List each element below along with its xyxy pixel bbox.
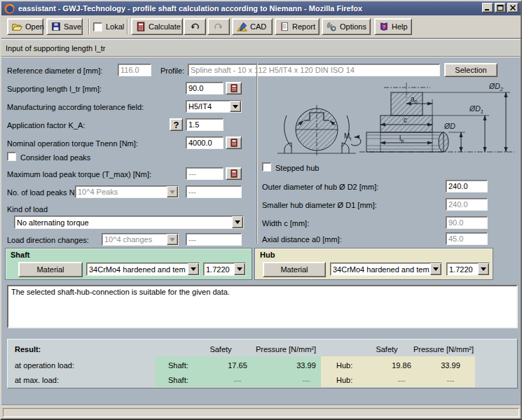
chevron-down-icon[interactable] [167, 186, 178, 197]
options-button[interactable]: Options [322, 18, 371, 35]
smaller-diameter-field[interactable]: 240.0 [446, 198, 488, 211]
max-peak-torque-label: Maximum load peak torque (T_max) [Nm]: [7, 169, 151, 179]
result-row-label: at max. load: [15, 375, 59, 385]
diagram-d2-label: ØD2 [488, 82, 504, 92]
load-direction-field[interactable]: --- [186, 233, 242, 246]
redo-icon [214, 22, 224, 31]
shaft-material-panel: Shaft Material 34CrMo4 hardened and tem … [5, 248, 252, 280]
outer-diameter-field[interactable]: 240.0 [446, 180, 488, 192]
lokal-checkbox[interactable] [93, 22, 102, 31]
help-button[interactable]: ? Help [374, 18, 412, 35]
section-header: Input of supporting length l_tr [1, 39, 521, 56]
save-floppy-icon [51, 22, 61, 31]
nominal-torque-calculator-button[interactable] [226, 136, 242, 149]
toolbar-separator [88, 19, 90, 34]
profile-field[interactable]: Spline shaft - 10 x 112 H5/IT4 x 120 DIN… [188, 64, 440, 76]
reference-diameter-field[interactable]: 116.0 [118, 64, 151, 76]
diagram-c-label: c [404, 116, 407, 124]
width-c-field[interactable]: 90.0 [446, 216, 488, 229]
cad-drawing-icon [237, 22, 247, 32]
hub-pressure-value: --- [415, 375, 486, 385]
application-factor-help-button[interactable]: ? [170, 118, 183, 131]
hub-material-number-dropdown[interactable]: 1.7220 [446, 262, 490, 276]
hub-material-dropdown[interactable]: 34CrMo4 hardened and tem [330, 262, 442, 276]
load-peaks-unit-dropdown[interactable]: 10^4 Peaks [75, 186, 179, 198]
load-peaks-field[interactable]: --- [186, 186, 242, 198]
application-factor-field[interactable]: 1.5 [186, 118, 224, 131]
max-peak-torque-calculator-button[interactable] [226, 167, 242, 180]
open-folder-icon [12, 22, 22, 32]
open-button[interactable]: Open [7, 18, 43, 35]
toolbar: Open Save Lokal Calculate [1, 15, 521, 38]
calculator-icon [230, 169, 238, 178]
stepped-hub-label: Stepped hub [275, 163, 319, 173]
calculator-icon [230, 139, 238, 147]
result-panel: Result: Safety Pressure [N/mm²] Safety P… [7, 339, 518, 388]
diagram-ltr-label: ltr [399, 134, 404, 144]
supporting-length-field[interactable]: 90.0 [186, 82, 224, 94]
axial-distance-label: Axial distance a0 [mm]: [262, 234, 342, 244]
close-button[interactable] [507, 3, 518, 13]
maximize-button[interactable] [495, 3, 506, 13]
svg-text:?: ? [383, 24, 386, 30]
undo-button[interactable] [184, 18, 206, 35]
message-area[interactable]: The selected shaft-hub-connection is sui… [7, 285, 518, 328]
hub-row-label: Hub: [336, 375, 352, 385]
chevron-down-icon[interactable] [232, 216, 243, 228]
stepped-hub-checkbox[interactable] [262, 162, 271, 172]
message-text: The selected shaft-hub-connection is sui… [11, 288, 230, 296]
nominal-torque-field[interactable]: 4000.0 [186, 136, 224, 149]
tolerance-dropdown[interactable]: H5/IT4 [186, 100, 242, 113]
axial-distance-field[interactable]: 45.0 [446, 232, 488, 245]
load-direction-label: Load direction changes: [7, 235, 89, 245]
help-book-icon: ? [379, 22, 389, 31]
consider-load-peaks-label: Consider load peaks [20, 153, 90, 162]
report-document-icon [280, 22, 289, 31]
shaft-material-dropdown[interactable]: 34CrMo4 hardened and tem [86, 262, 200, 276]
calculator-icon [230, 84, 238, 92]
close-icon [509, 4, 516, 11]
chevron-down-icon[interactable] [188, 263, 199, 275]
minimize-icon [484, 4, 491, 11]
outer-diameter-label: Outer diameter of hub Ø D2 [mm]: [262, 182, 378, 192]
redo-button[interactable] [207, 18, 230, 35]
consider-load-peaks-checkbox[interactable] [7, 152, 16, 161]
load-direction-unit-dropdown[interactable]: 10^4 changes [102, 233, 179, 246]
shaft-material-number-dropdown[interactable]: 1.7220 [203, 262, 246, 276]
shaft-row-label: Shaft: [168, 375, 188, 385]
toolbar-separator [127, 19, 128, 34]
max-peak-torque-field[interactable]: --- [186, 167, 224, 180]
firefox-icon [4, 4, 15, 14]
save-button[interactable]: Save [46, 18, 83, 35]
load-peaks-label: No. of load peaks N_L: [7, 188, 85, 197]
hub-material-button[interactable]: Material [263, 262, 326, 277]
tolerance-field-label: Manufacturing according tolerance field: [7, 102, 144, 112]
report-button[interactable]: Report [275, 18, 320, 35]
chevron-down-icon[interactable] [230, 101, 241, 112]
kind-of-load-label: Kind of load [7, 204, 48, 214]
supporting-length-calculator-button[interactable] [226, 82, 242, 94]
calculate-button[interactable]: Calculate [131, 18, 183, 35]
minimize-button[interactable] [482, 3, 493, 13]
section-title: Input of supporting length l_tr [6, 44, 105, 52]
chevron-down-icon[interactable] [430, 263, 441, 275]
shaft-hub-diagram: Mt a0 c ltr ØD ØD1 ØD2 [272, 76, 520, 162]
hub-pressure-header: Pressure [N/mm²] [396, 344, 491, 354]
application-window: eassistant - GWJ-Technology - profile sh… [0, 0, 522, 420]
hub-row-label: Hub: [336, 360, 352, 370]
undo-icon [190, 22, 200, 31]
shaft-material-button[interactable]: Material [18, 262, 83, 277]
cad-button[interactable]: CAD [232, 18, 273, 35]
profile-label: Profile: [160, 66, 184, 76]
selection-button[interactable]: Selection [444, 63, 497, 77]
application-factor-label: Application factor K_A: [7, 120, 85, 130]
diagram-mt-label: Mt [344, 132, 352, 142]
input-form: Reference diameter d [mm]: 116.0 Profile… [1, 57, 521, 405]
chevron-down-icon[interactable] [234, 263, 245, 275]
shaft-safety-value: --- [215, 375, 260, 385]
window-title: eassistant - GWJ-Technology - profile sh… [18, 4, 362, 13]
chevron-down-icon[interactable] [167, 234, 178, 245]
chevron-down-icon[interactable] [478, 263, 489, 275]
kind-of-load-dropdown[interactable]: No alternating torque [14, 216, 244, 229]
status-field [3, 408, 519, 417]
